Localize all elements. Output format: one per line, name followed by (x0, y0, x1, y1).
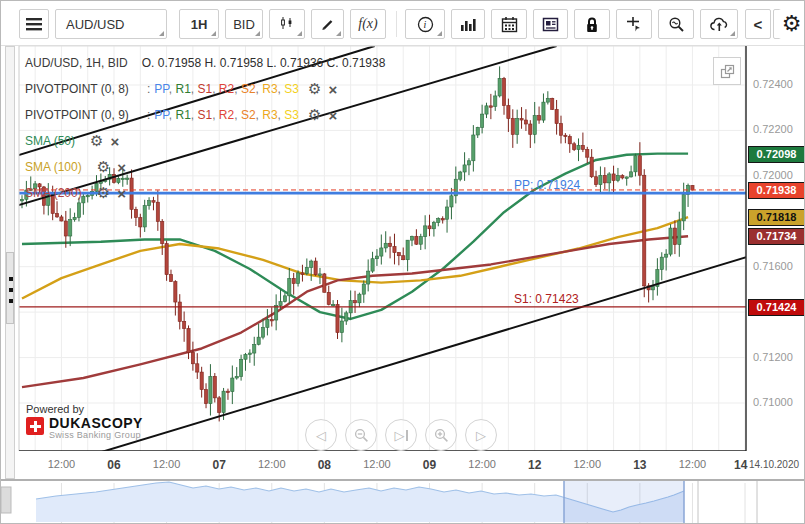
time-tick-label: 12:00 (145, 458, 189, 470)
pivot-level-r1: R1 (175, 108, 190, 122)
sma100-row: SMA (100) ⚙ × (25, 154, 385, 180)
indicator-label: SMA (50) (25, 134, 75, 148)
s1-line-label: S1: 0.71423 (514, 292, 579, 306)
price-tick-label: 0.71600 (753, 260, 803, 272)
pivot-level-s2: S2 (241, 108, 256, 122)
go-to-end-button[interactable]: ▷ (385, 419, 417, 451)
popout-icon (720, 64, 735, 79)
dukascopy-logo-icon (26, 417, 44, 435)
zoom-in-icon (434, 428, 449, 443)
time-tick-label: 12:00 (670, 458, 714, 470)
sma200-badge: 0.71734 (748, 228, 805, 245)
pivot-level-r2: R2 (219, 82, 234, 96)
close-icon[interactable]: × (328, 107, 337, 124)
time-tick-label: 08 (302, 458, 346, 472)
scrollbar-handle[interactable] (6, 252, 14, 324)
gear-icon[interactable]: ⚙ (97, 158, 110, 176)
navigator-selection[interactable] (564, 480, 684, 524)
indicator-label: SMA (200) (25, 186, 82, 200)
pan-left-button[interactable]: ◁ (305, 419, 337, 451)
pivot-level-pp: PP (154, 108, 168, 122)
zoom-out-button[interactable] (345, 419, 377, 451)
pivot-level-s3: S3 (284, 108, 299, 122)
pivot-level-r3: R3 (262, 82, 277, 96)
pivotpoint-row-1: PIVOTPOINT (0, 8) : PP, R1, S1, R2, S2, … (25, 76, 385, 102)
sma-line (22, 217, 688, 298)
indicator-label: PIVOTPOINT (0, 8) (25, 82, 141, 96)
pair-label: AUD/USD, 1H, BID (25, 56, 128, 70)
time-tick-label: 12:00 (250, 458, 294, 470)
time-tick-label: 12:00 (39, 458, 83, 470)
left-scrollbar[interactable] (5, 46, 15, 479)
pivot-level-r1: R1 (175, 82, 190, 96)
time-tick-label: 09 (408, 458, 452, 472)
gear-icon[interactable]: ⚙ (90, 132, 103, 150)
price-tick-label: 0.71200 (753, 351, 803, 363)
trading-platform-window: AUD/USD 1H BID f(x) i (0, 0, 805, 524)
pivot-line-label: PP: 0.71924 (514, 178, 580, 192)
sma200-row: SMA (200) ⚙ × (25, 180, 385, 206)
time-tick-label: 07 (197, 458, 241, 472)
zoom-out-icon (354, 428, 369, 443)
chart-navigator[interactable] (1, 480, 805, 524)
brand-subtitle: Swiss Banking Group (49, 430, 143, 440)
pivot-level-s1: S1 (198, 82, 213, 96)
close-icon[interactable]: × (117, 159, 126, 176)
s1-badge: 0.71424 (748, 299, 805, 316)
sma100-badge: 0.71818 (748, 209, 805, 226)
triangle-left-icon: ◁ (316, 428, 326, 443)
time-axis: 12:000612:000712:000812:000912:001212:00… (1, 451, 805, 480)
gear-icon[interactable]: ⚙ (308, 80, 321, 98)
skip-to-latest-icon: ▷ (395, 428, 408, 443)
gear-icon[interactable]: ⚙ (308, 106, 321, 124)
gear-icon[interactable]: ⚙ (97, 184, 110, 202)
chart-nav-controls: ◁ ▷ ▷ (305, 419, 497, 451)
brand-name: DUKASCOPY (49, 417, 143, 430)
chart-legend: AUD/USD, 1H, BID O. 0.71958 H. 0.71958 L… (25, 50, 385, 206)
pivot-level-s1: S1 (198, 108, 213, 122)
pivotpoint-row-2: PIVOTPOINT (0, 9) : PP, R1, S1, R2, S2, … (25, 102, 385, 128)
price-tick-label: 0.72200 (753, 123, 803, 135)
open-value: 0.71958 (158, 56, 201, 70)
time-tick-label: 12:00 (460, 458, 504, 470)
expand-chart-button[interactable] (713, 57, 741, 85)
triangle-right-icon: ▷ (476, 428, 486, 443)
pivot-level-r2: R2 (219, 108, 234, 122)
time-tick-label: 12:00 (565, 458, 609, 470)
low-value: 0.71936 (280, 56, 323, 70)
close-icon[interactable]: × (328, 81, 337, 98)
pivot-levels: PP, R1, S1, R2, S2, R3, S3 (154, 108, 299, 122)
sma50-row: SMA (50) ⚙ × (25, 128, 385, 154)
time-tick-label: 12:00 (355, 458, 399, 470)
ohlc-row: AUD/USD, 1H, BID O. 0.71958 H. 0.71958 L… (25, 50, 385, 76)
close-icon[interactable]: × (117, 185, 126, 202)
price-tick-label: 0.72000 (753, 169, 803, 181)
pan-right-button[interactable]: ▷ (465, 419, 497, 451)
indicator-label: SMA (100) (25, 160, 82, 174)
time-tick-label: 13 (618, 458, 662, 472)
price-tick-label: 0.72400 (753, 78, 803, 90)
last-price-badge: 0.71938 (748, 182, 805, 199)
sma50-badge: 0.72098 (748, 146, 805, 163)
high-value: 0.71958 (220, 56, 263, 70)
time-tick-label: 12 (513, 458, 557, 472)
pivot-level-s2: S2 (241, 82, 256, 96)
close-icon[interactable]: × (110, 133, 119, 150)
drag-dots-icon (9, 277, 13, 310)
price-tick-label: 0.71000 (753, 396, 803, 408)
pivot-level-r3: R3 (262, 108, 277, 122)
powered-by-label: Powered by (26, 403, 143, 415)
axis-date-label: 14.10.2020 (749, 459, 799, 470)
indicator-label: PIVOTPOINT (0, 9) (25, 108, 141, 122)
close-value: 0.71938 (342, 56, 385, 70)
pivot-levels: PP, R1, S1, R2, S2, R3, S3 (154, 82, 299, 96)
zoom-in-button[interactable] (425, 419, 457, 451)
time-tick-label: 06 (92, 458, 136, 472)
pivot-level-pp: PP (154, 82, 168, 96)
pivot-level-s3: S3 (284, 82, 299, 96)
powered-by: Powered by DUKASCOPY Swiss Banking Group (26, 403, 143, 440)
navigator-scroll-button[interactable] (1, 487, 11, 513)
